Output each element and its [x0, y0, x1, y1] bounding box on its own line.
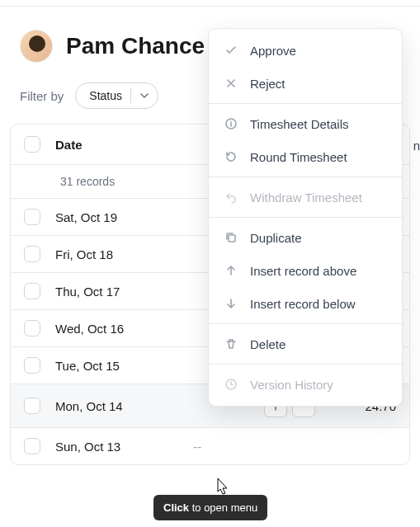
row-value: -- — [152, 440, 201, 454]
menu-item-label: Approve — [250, 44, 296, 58]
row-date: Fri, Oct 18 — [55, 247, 113, 261]
arrow-up-icon — [224, 263, 238, 278]
arrow-down-icon — [224, 296, 238, 311]
menu-item-label: Round Timesheet — [250, 150, 347, 164]
status-filter-button[interactable]: Status — [75, 82, 158, 109]
row-checkbox[interactable] — [24, 320, 40, 336]
menu-item-label: Duplicate — [250, 231, 302, 245]
menu-separator — [209, 364, 402, 365]
menu-item-version-history: Version History — [209, 368, 402, 401]
filter-label: Filter by — [20, 89, 64, 103]
row-checkbox[interactable] — [24, 438, 40, 454]
menu-item-round-timesheet[interactable]: Round Timesheet — [209, 140, 402, 173]
row-checkbox[interactable] — [24, 398, 40, 414]
page-title: Pam Chance — [66, 33, 205, 59]
tooltip-strong: Click — [163, 501, 189, 514]
menu-item-insert-record-above[interactable]: Insert record above — [209, 254, 402, 287]
row-date: Thu, Oct 17 — [55, 285, 120, 299]
menu-item-delete[interactable]: Delete — [209, 327, 402, 360]
table-row[interactable]: Sun, Oct 13-- — [11, 428, 409, 464]
menu-item-label: Reject — [250, 77, 286, 91]
select-all-checkbox[interactable] — [24, 136, 40, 153]
cursor-icon — [213, 477, 229, 496]
row-checkbox[interactable] — [24, 357, 40, 374]
topbar — [0, 0, 420, 7]
menu-item-insert-record-below[interactable]: Insert record below — [209, 287, 402, 320]
trash-icon — [224, 336, 238, 351]
menu-item-label: Insert record above — [250, 264, 356, 278]
status-filter-label: Status — [89, 89, 122, 102]
menu-separator — [209, 323, 402, 324]
menu-separator — [209, 217, 402, 218]
row-date: Wed, Oct 16 — [55, 322, 124, 336]
row-date: Mon, Oct 14 — [55, 399, 123, 413]
info-icon — [224, 116, 238, 131]
date-column-header[interactable]: Date — [55, 138, 83, 152]
menu-item-withdraw-timesheet: Withdraw Timesheet — [209, 181, 402, 214]
menu-item-label: Version History — [250, 378, 333, 392]
row-checkbox[interactable] — [24, 209, 40, 225]
context-menu: ApproveRejectTimesheet DetailsRound Time… — [208, 28, 403, 407]
row-checkbox[interactable] — [24, 283, 40, 299]
row-checkbox[interactable] — [24, 246, 40, 262]
divider — [130, 88, 131, 103]
menu-item-approve[interactable]: Approve — [209, 34, 402, 67]
menu-separator — [209, 176, 402, 177]
avatar[interactable] — [20, 30, 53, 63]
row-date: Sun, Oct 13 — [55, 440, 120, 454]
menu-item-reject[interactable]: Reject — [209, 67, 402, 100]
x-icon — [224, 76, 238, 91]
tooltip-rest: to open menu — [189, 501, 257, 514]
tooltip: Click to open menu — [153, 495, 267, 520]
check-icon — [224, 43, 238, 58]
history-icon — [224, 149, 238, 164]
menu-item-label: Insert record below — [250, 297, 356, 311]
menu-item-duplicate[interactable]: Duplicate — [209, 221, 402, 254]
clock-icon — [224, 377, 238, 392]
undo-icon — [224, 190, 238, 205]
svg-rect-4 — [229, 235, 235, 242]
menu-item-label: Timesheet Details — [250, 117, 349, 131]
chevron-down-icon — [139, 91, 149, 101]
copy-icon — [224, 230, 238, 245]
menu-item-label: Withdraw Timesheet — [250, 191, 362, 205]
menu-item-timesheet-details[interactable]: Timesheet Details — [209, 107, 402, 140]
truncated-text: n — [413, 139, 420, 153]
row-date: Tue, Oct 15 — [55, 359, 120, 373]
row-date: Sat, Oct 19 — [55, 210, 117, 224]
menu-item-label: Delete — [250, 337, 286, 351]
menu-separator — [209, 103, 402, 104]
